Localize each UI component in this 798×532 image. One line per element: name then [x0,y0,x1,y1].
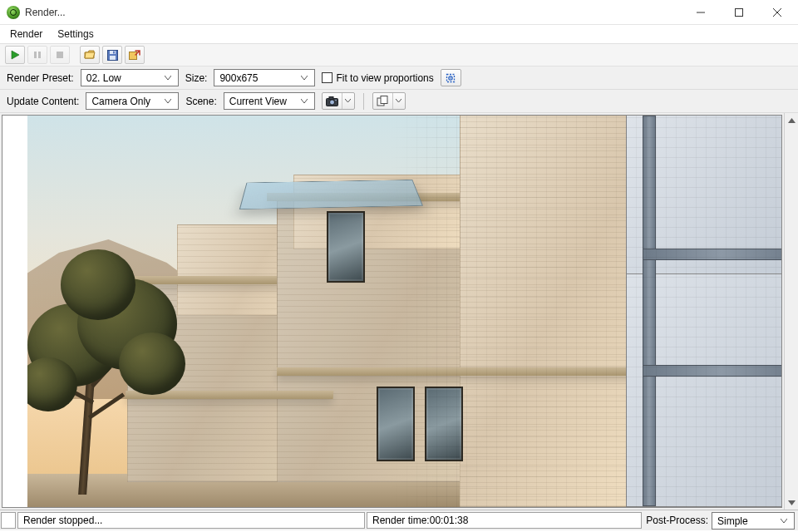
render-image [27,116,781,507]
minimize-button[interactable] [682,0,720,25]
update-row: Update Content: Camera Only Scene: Curre… [0,90,798,113]
scene-value: Current View [229,96,298,107]
size-value: 900x675 [219,72,298,84]
svg-rect-1 [34,52,37,58]
menubar: Render Settings [0,25,798,43]
render-time-label: Render time: [372,515,430,526]
chevron-down-icon[interactable] [342,93,354,109]
svg-point-15 [335,99,337,101]
status-render-time: Render time: 00:01:38 [367,512,642,529]
postprocess-value: Simple [717,515,777,527]
camera-snapshot-button[interactable] [322,92,355,110]
svg-rect-3 [57,52,63,58]
close-button[interactable] [758,0,796,25]
postprocess-label: Post-Process: [643,510,712,530]
render-stop-button[interactable] [50,46,70,64]
svg-rect-8 [130,52,137,60]
region-select-button[interactable] [441,69,461,86]
size-label: Size: [185,72,208,84]
maximize-button[interactable] [720,0,758,25]
postprocess-select[interactable]: Simple [712,512,795,530]
fit-proportions-checkbox[interactable]: Fit to view proportions [322,72,433,84]
chevron-down-icon [298,76,311,81]
window-title: Render... [25,7,66,18]
svg-rect-0 [736,8,743,16]
render-preset-value: 02. Low [86,72,161,84]
scene-select[interactable]: Current View [224,92,315,110]
copy-to-clipboard-button[interactable] [372,92,406,110]
fit-proportions-label: Fit to view proportions [336,72,433,84]
update-content-select[interactable]: Camera Only [86,92,179,110]
app-icon [7,6,20,19]
render-start-button[interactable] [5,46,25,64]
svg-rect-13 [329,96,333,99]
update-content-value: Camera Only [91,96,161,107]
render-time-value: 00:01:38 [430,515,469,526]
render-viewport[interactable] [2,115,782,508]
viewport-container [0,113,798,510]
camera-icon [323,93,342,109]
chevron-down-icon [298,99,311,104]
update-content-label: Update Content: [7,96,79,107]
size-input[interactable]: 900x675 [214,69,315,86]
status-icon-cell [1,512,16,529]
render-preset-select[interactable]: 02. Low [81,69,179,86]
toolbar-separator [363,93,364,110]
render-preset-label: Render Preset: [7,72,74,84]
save-image-button[interactable] [102,46,122,64]
menu-render[interactable]: Render [3,27,49,42]
scroll-up-icon[interactable] [785,113,798,127]
scene-label: Scene: [185,96,216,107]
menu-settings[interactable]: Settings [51,27,100,42]
svg-rect-17 [381,96,387,104]
export-button[interactable] [125,46,145,64]
svg-rect-2 [38,52,41,58]
status-message: Render stopped... [17,512,365,529]
chevron-down-icon [161,76,175,81]
scroll-down-icon[interactable] [785,495,798,510]
open-file-button[interactable] [80,46,100,64]
checkbox-box [322,72,332,83]
chevron-down-icon[interactable] [393,93,405,109]
statusbar: Render stopped... Render time: 00:01:38 … [0,510,798,530]
titlebar: Render... [0,0,798,25]
svg-point-11 [450,77,451,79]
render-pause-button[interactable] [27,46,47,64]
chevron-down-icon [777,519,791,524]
svg-rect-6 [110,56,116,60]
svg-rect-7 [113,51,115,53]
copy-icon [373,93,393,109]
vertical-scrollbar[interactable] [784,113,798,510]
scroll-track[interactable] [785,127,798,495]
preset-row: Render Preset: 02. Low Size: 900x675 Fit… [0,66,798,90]
chevron-down-icon [161,99,175,104]
toolbar [0,43,798,66]
svg-point-14 [329,100,334,105]
